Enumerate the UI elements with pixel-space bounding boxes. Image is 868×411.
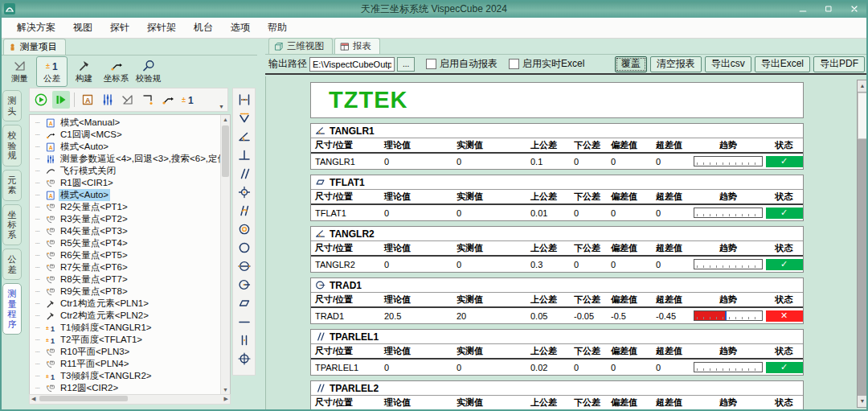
tree-item[interactable]: ┄R4矢量点<PT3> bbox=[30, 225, 221, 237]
tree-item[interactable]: ┄R9矢量点<PT8> bbox=[30, 286, 221, 298]
measure-button[interactable] bbox=[119, 91, 137, 109]
ribbon-button-label: 测量 bbox=[11, 73, 28, 84]
tree-item-label: Ctr1构造元素<PLN1> bbox=[59, 298, 150, 310]
tree-vertical-scrollbar[interactable]: ▲ ▼ bbox=[220, 115, 230, 394]
concentricity-tolerance-button[interactable] bbox=[235, 220, 253, 238]
tree-item[interactable]: ┄R7矢量点<PT6> bbox=[30, 261, 221, 273]
parallelism-tolerance-button[interactable] bbox=[235, 165, 253, 183]
report-vscroll-thumb[interactable] bbox=[858, 92, 867, 139]
coordinate-button[interactable] bbox=[159, 91, 177, 109]
scroll-down-icon[interactable]: ▼ bbox=[858, 396, 867, 407]
scroll-up-icon[interactable]: ▲ bbox=[858, 80, 867, 92]
scroll-up-icon[interactable]: ▲ bbox=[221, 115, 230, 124]
tree-item[interactable]: ┄±1T1倾斜度<TANGLR1> bbox=[30, 322, 221, 334]
ribbon-button-tolerance[interactable]: ±1公差 bbox=[36, 56, 68, 87]
tree-item[interactable]: ┄R6矢量点<PT5> bbox=[30, 249, 221, 261]
scroll-right-icon[interactable]: ▶ bbox=[224, 395, 228, 403]
angle-tolerance-button[interactable] bbox=[235, 109, 253, 127]
tab-三维视图[interactable]: 三维视图 bbox=[268, 38, 333, 54]
corner-button[interactable] bbox=[139, 91, 157, 109]
tree-item[interactable]: ┄飞行模式关闭 bbox=[30, 165, 221, 177]
ribbon-button-measure[interactable]: 测量 bbox=[4, 56, 35, 87]
side-tab-公差[interactable]: 公差 bbox=[2, 249, 22, 280]
checkbox-box[interactable] bbox=[426, 59, 436, 69]
true-position-tolerance-button[interactable] bbox=[235, 350, 253, 368]
button-导出PDF[interactable]: 导出PDF bbox=[813, 56, 865, 72]
tab-报表[interactable]: 报表 bbox=[334, 38, 380, 54]
menu-item[interactable]: 视图 bbox=[64, 18, 101, 37]
tab-measure-project[interactable]: 测量项目 bbox=[3, 39, 66, 55]
tree-item[interactable]: ┄R12圆<CIR2> bbox=[30, 382, 221, 394]
cylindricity-tolerance-button[interactable] bbox=[235, 331, 253, 349]
menu-item[interactable]: 帮助 bbox=[259, 18, 296, 37]
tree-item[interactable]: ┄Ctr1构造元素<PLN1> bbox=[30, 298, 221, 310]
menu-item[interactable]: 探针架 bbox=[138, 18, 185, 37]
tree-vscroll-thumb[interactable] bbox=[222, 125, 229, 177]
step-button[interactable] bbox=[52, 91, 70, 109]
minimize-button[interactable] bbox=[796, 3, 810, 14]
tree-item[interactable]: ┄R11平面<PLN4> bbox=[30, 358, 221, 370]
menu-item[interactable]: 选项 bbox=[222, 18, 259, 37]
tree-item[interactable]: ┄测量参数逼近<4>,回退<3>,搜索<6>,定位<2: bbox=[30, 153, 221, 165]
params-button[interactable] bbox=[99, 91, 117, 109]
scroll-down-icon[interactable]: ▼ bbox=[221, 385, 230, 394]
output-path-input[interactable] bbox=[309, 57, 395, 72]
tree-item[interactable]: ┄Ctr2构造元素<PLN2> bbox=[30, 310, 221, 322]
roundness-tolerance-button[interactable] bbox=[235, 239, 253, 257]
ribbon-button-construct[interactable]: 构建 bbox=[68, 56, 100, 87]
side-tab-测量程序[interactable]: 测量程序 bbox=[2, 283, 22, 335]
tree-item[interactable]: ┄R3矢量点<PT2> bbox=[30, 213, 221, 225]
report-vertical-scrollbar[interactable]: ▲ ▼ bbox=[857, 80, 868, 408]
tree-hscroll-thumb[interactable] bbox=[39, 396, 128, 401]
profile-tolerance-button[interactable] bbox=[235, 202, 253, 220]
perpendicularity-tolerance-button[interactable] bbox=[235, 146, 253, 164]
position-tolerance-button[interactable] bbox=[235, 183, 253, 201]
run-button[interactable] bbox=[32, 91, 50, 109]
flatness-tolerance-button[interactable] bbox=[235, 294, 253, 312]
ribbon-button-gauge[interactable]: 校验规 bbox=[133, 56, 164, 87]
close-button[interactable] bbox=[847, 3, 862, 14]
angularity-tolerance-button[interactable] bbox=[235, 128, 253, 146]
button-导出Excel[interactable]: 导出Excel bbox=[755, 56, 810, 72]
cell-lower: 0 bbox=[570, 157, 607, 166]
tree-item[interactable]: ┄±1T2平面度<TFLAT1> bbox=[30, 334, 221, 346]
tree-item[interactable]: ┄A模式<Auto> bbox=[30, 189, 221, 201]
scroll-left-icon[interactable]: ◀ bbox=[31, 395, 35, 403]
button-导出csv[interactable]: 导出csv bbox=[705, 56, 751, 72]
button-覆盖[interactable]: 覆盖 bbox=[615, 56, 647, 72]
straightness-tolerance-button[interactable] bbox=[235, 313, 253, 331]
menu-item[interactable]: 机台 bbox=[185, 18, 222, 37]
tree-item[interactable]: ┄A模式<Manual> bbox=[30, 117, 221, 129]
side-tab-校验规[interactable]: 校验规 bbox=[2, 125, 22, 166]
menu-item[interactable]: 解决方案 bbox=[8, 18, 64, 37]
angle-icon bbox=[238, 112, 251, 125]
side-tab-测头[interactable]: 测头 bbox=[2, 90, 22, 121]
tree-item[interactable]: ┄R1圆<CIR1> bbox=[30, 177, 221, 189]
tree-item[interactable]: ┄R2矢量点<PT1> bbox=[30, 201, 221, 213]
side-tab-元素[interactable]: 元素 bbox=[2, 170, 22, 201]
ribbon-button-coordinate[interactable]: 坐标系 bbox=[100, 56, 132, 87]
cell-upper: 0.02 bbox=[526, 363, 570, 372]
tree-item[interactable]: ┄C1回调<MCS> bbox=[30, 129, 221, 141]
maximize-button[interactable] bbox=[821, 3, 836, 14]
distance-tolerance-button[interactable] bbox=[235, 91, 253, 109]
tree-item[interactable]: ┄A模式<Auto> bbox=[30, 141, 221, 153]
side-tab-坐标系[interactable]: 坐标系 bbox=[2, 204, 22, 246]
checkbox-box[interactable] bbox=[509, 59, 519, 69]
toolbar-overflow-icon[interactable]: ▼ bbox=[219, 104, 225, 111]
radius-tolerance-button[interactable] bbox=[235, 276, 253, 294]
tree-horizontal-scrollbar[interactable]: ◀ ▶ bbox=[29, 394, 231, 405]
symmetry-tolerance-button[interactable] bbox=[235, 257, 253, 275]
tree-item[interactable]: ┄±1T3倾斜度<TANGLR2> bbox=[30, 370, 221, 382]
browse-button[interactable]: ... bbox=[397, 57, 415, 72]
report-table-header: 尺寸/位置理论值实测值上公差下公差偏差值超差值趋势状态 bbox=[311, 241, 803, 257]
checkbox-启用实时Excel[interactable]: 启用实时Excel bbox=[509, 57, 584, 71]
auto-mode-button[interactable]: A bbox=[79, 91, 96, 109]
tree-item[interactable]: ┄R8矢量点<PT7> bbox=[30, 273, 221, 286]
menu-item[interactable]: 探针 bbox=[101, 18, 138, 37]
checkbox-启用自动报表[interactable]: 启用自动报表 bbox=[426, 57, 497, 71]
tree-item[interactable]: ┄R10平面<PLN3> bbox=[30, 346, 221, 358]
button-清空报表[interactable]: 清空报表 bbox=[650, 56, 702, 72]
tolerance-button[interactable]: ±1 bbox=[179, 91, 197, 109]
tree-item[interactable]: ┄R5矢量点<PT4> bbox=[30, 237, 221, 249]
